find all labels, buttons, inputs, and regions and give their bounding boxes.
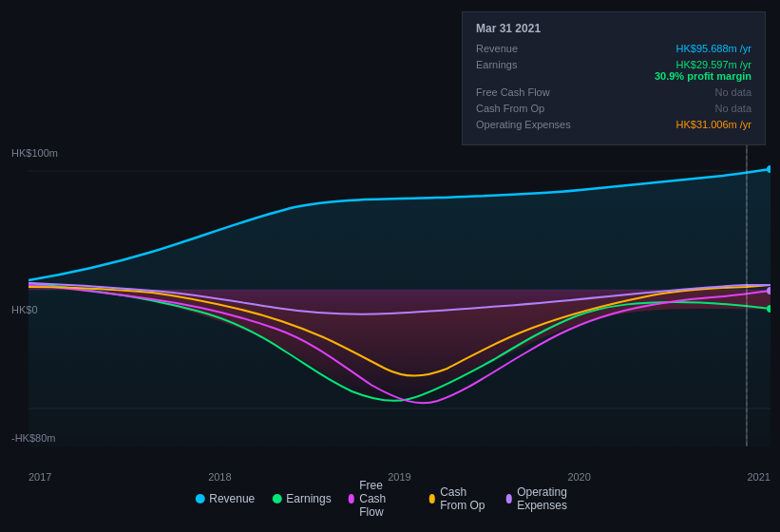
tooltip-row-revenue: Revenue HK$95.688m /yr bbox=[476, 43, 751, 54]
tooltip-row-fcf: Free Cash Flow No data bbox=[476, 86, 751, 98]
legend-label-revenue: Revenue bbox=[209, 492, 255, 505]
legend-item-cashfromop[interactable]: Cash From Op bbox=[429, 485, 489, 512]
legend-dot-earnings bbox=[272, 494, 281, 504]
tooltip-value-fcf: No data bbox=[599, 86, 751, 98]
profit-margin-value: 30.9% profit margin bbox=[655, 70, 751, 82]
tooltip-row-earnings: Earnings HK$29.597m /yr 30.9% profit mar… bbox=[476, 59, 751, 82]
legend-label-opex: Operating Expenses bbox=[517, 485, 585, 512]
tooltip-title: Mar 31 2021 bbox=[476, 22, 751, 35]
tooltip-label-earnings: Earnings bbox=[476, 59, 580, 70]
legend-label-cashfromop: Cash From Op bbox=[440, 485, 488, 512]
legend-item-earnings[interactable]: Earnings bbox=[272, 492, 331, 505]
tooltip-label-opex: Operating Expenses bbox=[476, 119, 580, 130]
legend-dot-opex bbox=[506, 494, 513, 504]
chart-legend: Revenue Earnings Free Cash Flow Cash Fro… bbox=[195, 479, 585, 519]
x-label-2017: 2017 bbox=[29, 471, 51, 483]
tooltip-label-cashfromop: Cash From Op bbox=[476, 103, 580, 114]
legend-dot-revenue bbox=[195, 494, 204, 504]
tooltip-label-fcf: Free Cash Flow bbox=[476, 86, 580, 98]
legend-label-earnings: Earnings bbox=[286, 492, 331, 505]
legend-item-fcf[interactable]: Free Cash Flow bbox=[349, 479, 412, 519]
tooltip-label-revenue: Revenue bbox=[476, 43, 580, 54]
legend-dot-fcf bbox=[349, 494, 355, 504]
tooltip-value-opex: HK$31.006m /yr bbox=[599, 119, 751, 130]
legend-dot-cashfromop bbox=[429, 494, 436, 504]
x-label-2021: 2021 bbox=[748, 471, 770, 483]
legend-label-fcf: Free Cash Flow bbox=[359, 479, 411, 519]
tooltip-value-revenue: HK$95.688m /yr bbox=[599, 43, 751, 54]
legend-item-revenue[interactable]: Revenue bbox=[195, 492, 255, 505]
tooltip-value-cashfromop: No data bbox=[599, 103, 751, 114]
tooltip-box: Mar 31 2021 Revenue HK$95.688m /yr Earni… bbox=[462, 11, 766, 145]
tooltip-row-opex: Operating Expenses HK$31.006m /yr bbox=[476, 119, 751, 130]
chart-svg bbox=[29, 142, 770, 446]
tooltip-row-cashfromop: Cash From Op No data bbox=[476, 103, 751, 114]
tooltip-value-earnings: HK$29.597m /yr bbox=[655, 59, 751, 70]
legend-item-opex[interactable]: Operating Expenses bbox=[506, 485, 585, 512]
